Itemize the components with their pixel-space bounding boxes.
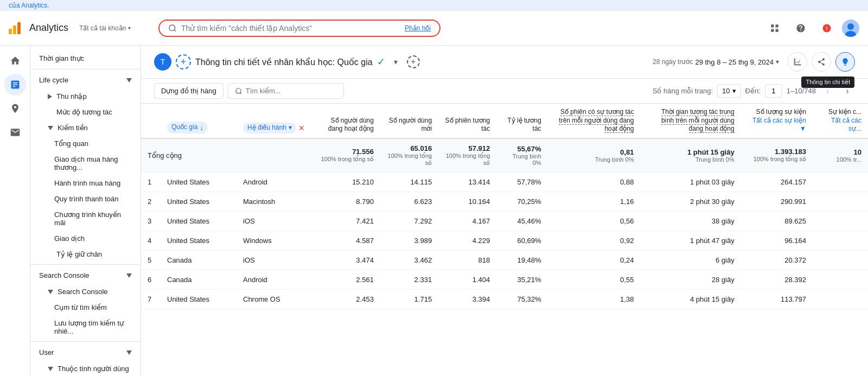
sidebar-item-thuoc-tinh[interactable]: Thuộc tính người dùng bbox=[30, 361, 141, 376]
row-num: 1 bbox=[141, 172, 161, 192]
table-row: 2 United States Macintosh 8.790 6.623 10… bbox=[141, 192, 868, 211]
svg-text:!: ! bbox=[826, 26, 828, 31]
search-box[interactable]: Phản hồi bbox=[158, 20, 441, 37]
add-button[interactable]: + bbox=[407, 55, 420, 68]
table-search-icon bbox=[235, 87, 242, 95]
col-header-new-users: Số người dùng mới bbox=[380, 104, 438, 138]
grid-icon-button[interactable] bbox=[764, 17, 786, 39]
toolbar: Dựng đồ thị hàng Số hàng mỗi trang: 10 ▾… bbox=[141, 79, 868, 104]
add-comparison-button[interactable]: + bbox=[176, 54, 191, 69]
help-icon-button[interactable] bbox=[790, 17, 812, 39]
table-row: 4 United States Windows 4.587 3.989 4.22… bbox=[141, 231, 868, 250]
svg-rect-5 bbox=[776, 29, 778, 31]
go-to-input[interactable] bbox=[765, 84, 782, 98]
table-search-box[interactable] bbox=[228, 83, 344, 99]
col-header-os[interactable]: Hệ điều hành ▾ ✕ bbox=[237, 104, 312, 138]
rows-per-page-selector[interactable]: 10 ▾ bbox=[717, 84, 741, 98]
reports-nav-icon[interactable] bbox=[4, 74, 26, 95]
row-active-users: 15.210 bbox=[312, 172, 380, 192]
search-console-expand-icon bbox=[126, 273, 132, 278]
search-input[interactable] bbox=[181, 24, 400, 33]
table-search-input[interactable] bbox=[246, 87, 337, 95]
search-console-section: Search Console Search Console Cụm từ tìm… bbox=[30, 267, 141, 339]
page-header: T + Thông tin chi tiết về nhân khẩu học:… bbox=[141, 46, 868, 79]
sidebar-item-luu-luong[interactable]: Lưu lượng tìm kiếm tự nhiê... bbox=[30, 315, 141, 339]
col-header-avg-time: Thời gian tương tác trung bình trên mỗi … bbox=[640, 104, 741, 138]
title-dropdown-icon[interactable]: ▾ bbox=[390, 55, 403, 68]
ga-logo bbox=[9, 22, 21, 34]
chevron-down-icon: ▾ bbox=[128, 25, 131, 31]
explore-nav-icon[interactable] bbox=[4, 98, 26, 119]
search-icon bbox=[168, 24, 177, 33]
total-avg-time: 1 phút 15 giây Trung bình 0% bbox=[640, 138, 741, 173]
row-sessions: 13.414 bbox=[438, 172, 496, 192]
os-filter-badge: Hệ điều hành ▾ bbox=[243, 123, 296, 133]
notifications-icon-button[interactable]: ! bbox=[816, 17, 838, 39]
table-container: Quốc gia ↓ Hệ điều hành ▾ ✕ bbox=[141, 104, 868, 309]
comparison-view-icon-button[interactable] bbox=[788, 52, 807, 72]
sidebar-item-chuong-trinh[interactable]: Chương trình khuyến mãi bbox=[30, 207, 141, 231]
total-new-users: 65.016 100% trong tổng số bbox=[380, 138, 438, 173]
svg-point-0 bbox=[169, 25, 175, 31]
sidebar-item-giao-dich[interactable]: Giao dịch bbox=[30, 231, 141, 246]
insights-icon-button[interactable]: Thông tin chi tiết bbox=[835, 52, 855, 72]
row-events2 bbox=[813, 172, 868, 192]
search-console-sub-expand bbox=[48, 290, 53, 294]
table-row: 3 United States iOS 7.421 7.292 4.167 45… bbox=[141, 211, 868, 231]
svg-point-11 bbox=[235, 88, 240, 93]
top-bar: Analytics Tất cả tài khoản ▾ Phản hồi ! bbox=[0, 11, 868, 46]
col-header-sessions: Số phiên tương tác bbox=[438, 104, 496, 138]
sidebar-item-ty-le-giu[interactable]: Tỷ lệ giữ chân bbox=[30, 246, 141, 262]
feedback-link[interactable]: Phản hồi bbox=[405, 24, 431, 32]
col-header-country[interactable]: Quốc gia ↓ bbox=[161, 104, 237, 138]
col-header-events[interactable]: Số lượng sự kiện Tất cả các sự kiện ▼ bbox=[741, 104, 813, 138]
user-expand-icon bbox=[126, 350, 132, 355]
sidebar-item-giao-dich-mua-hang[interactable]: Giao dịch mua hàng thương... bbox=[30, 151, 141, 175]
lifecycle-header[interactable]: Life cycle bbox=[30, 72, 141, 88]
segment-selector[interactable]: Dựng đồ thị hàng bbox=[154, 83, 224, 99]
os-filter-chevron[interactable]: ▾ bbox=[289, 124, 292, 132]
os-filter-remove[interactable]: ✕ bbox=[298, 123, 305, 133]
sidebar-item-cum-tu[interactable]: Cụm từ tìm kiếm bbox=[30, 299, 141, 315]
table-row: 6 Canada Android 2.561 2.331 1.404 35,21… bbox=[141, 270, 868, 289]
t-avatar: T bbox=[154, 53, 171, 71]
lifecycle-expand-icon bbox=[126, 78, 132, 82]
user-header[interactable]: User bbox=[30, 344, 141, 361]
sidebar-item-muc-do[interactable]: Mức độ tương tác bbox=[30, 104, 141, 120]
sidebar-item-quy-trinh[interactable]: Quy trình thanh toán bbox=[30, 191, 141, 207]
data-table: Quốc gia ↓ Hệ điều hành ▾ ✕ bbox=[141, 104, 868, 309]
search-console-header[interactable]: Search Console bbox=[30, 267, 141, 284]
sidebar-item-kiem-tien[interactable]: Kiếm tiền bbox=[30, 120, 141, 136]
home-nav-icon[interactable] bbox=[4, 50, 26, 72]
svg-rect-2 bbox=[771, 24, 774, 27]
row-events: 264.157 bbox=[741, 172, 813, 192]
advertising-nav-icon[interactable] bbox=[4, 122, 26, 143]
sidebar-item-thu-nhap[interactable]: Thu nhập bbox=[30, 88, 141, 104]
share-icon-button[interactable] bbox=[812, 52, 831, 72]
sidebar-item-hanh-trinh[interactable]: Hành trình mua hàng bbox=[30, 175, 141, 191]
col-header-num bbox=[141, 104, 161, 138]
total-engaged-sessions: 0,81 Trung bình 0% bbox=[548, 138, 641, 173]
country-filter-remove[interactable]: ↓ bbox=[200, 123, 203, 132]
app-title: Analytics bbox=[29, 22, 68, 34]
account-selector[interactable]: Tất cả tài khoản ▾ bbox=[75, 22, 135, 34]
table-row: 7 United States Chrome OS 2.453 1.715 3.… bbox=[141, 289, 868, 309]
thuoc-tinh-expand-icon bbox=[48, 367, 53, 371]
total-events2: 10 100% tr... bbox=[813, 138, 868, 173]
table-row: 5 Canada iOS 3.474 3.462 818 19,48% 0,24… bbox=[141, 250, 868, 270]
col-header-events2[interactable]: Sự kiện c... Tất cả các sự... bbox=[813, 104, 868, 138]
sidebar-item-tong-quan[interactable]: Tổng quan bbox=[30, 136, 141, 151]
lifecycle-section: Life cycle Thu nhập Mức độ tương tác Kiế… bbox=[30, 72, 141, 262]
rows-per-page-label: Số hàng mỗi trang: bbox=[653, 87, 713, 95]
svg-rect-3 bbox=[776, 24, 778, 27]
page-header-left: T + Thông tin chi tiết về nhân khẩu học:… bbox=[154, 53, 420, 71]
rows-select-chevron-icon: ▾ bbox=[732, 87, 736, 95]
top-bar-right: ! bbox=[764, 17, 859, 39]
avatar[interactable] bbox=[842, 20, 859, 37]
sidebar-realtime[interactable]: Thời gian thực bbox=[30, 50, 141, 67]
sidebar-item-search-console[interactable]: Search Console bbox=[30, 284, 141, 299]
check-circle-icon: ✓ bbox=[377, 56, 385, 68]
total-label: Tổng cộng bbox=[141, 138, 312, 173]
date-range-selector[interactable]: 28 ngày trước 29 thg 8 – 25 thg 9, 2024 … bbox=[648, 56, 783, 68]
page-info: 1–10/748 bbox=[787, 87, 816, 95]
